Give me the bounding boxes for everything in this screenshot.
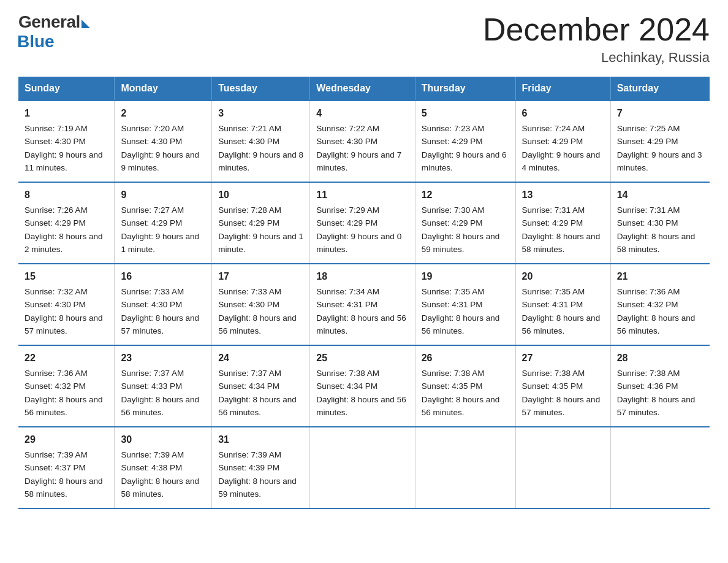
day-number: 12: [422, 188, 509, 202]
logo-blue-text: Blue: [17, 32, 55, 52]
day-number: 13: [522, 188, 604, 202]
day-info: Sunrise: 7:35 AMSunset: 4:31 PMDaylight:…: [422, 287, 500, 335]
day-info: Sunrise: 7:24 AMSunset: 4:29 PMDaylight:…: [522, 124, 601, 172]
calendar-cell: 8Sunrise: 7:26 AMSunset: 4:29 PMDaylight…: [18, 182, 115, 264]
calendar-cell: 22Sunrise: 7:36 AMSunset: 4:32 PMDayligh…: [18, 345, 115, 427]
day-number: 14: [617, 188, 703, 202]
day-info: Sunrise: 7:28 AMSunset: 4:29 PMDaylight:…: [218, 205, 303, 254]
day-info: Sunrise: 7:38 AMSunset: 4:35 PMDaylight:…: [422, 369, 500, 417]
calendar-cell: 12Sunrise: 7:30 AMSunset: 4:29 PMDayligh…: [415, 182, 515, 264]
calendar-cell: [310, 427, 415, 508]
day-number: 28: [617, 351, 703, 366]
page-subtitle: Lechinkay, Russia: [483, 50, 710, 66]
calendar-cell: 29Sunrise: 7:39 AMSunset: 4:37 PMDayligh…: [18, 427, 115, 508]
calendar-week-row: 15Sunrise: 7:32 AMSunset: 4:30 PMDayligh…: [18, 264, 710, 345]
logo-arrow-icon: [82, 20, 90, 28]
day-info: Sunrise: 7:32 AMSunset: 4:30 PMDaylight:…: [25, 287, 103, 335]
calendar-cell: 11Sunrise: 7:29 AMSunset: 4:29 PMDayligh…: [310, 182, 415, 264]
day-number: 8: [25, 188, 108, 202]
day-number: 20: [522, 269, 604, 284]
calendar-cell: 18Sunrise: 7:34 AMSunset: 4:31 PMDayligh…: [310, 264, 415, 345]
day-info: Sunrise: 7:21 AMSunset: 4:30 PMDaylight:…: [218, 124, 303, 172]
page-header: General Blue December 2024 Lechinkay, Ru…: [18, 12, 710, 66]
day-number: 15: [25, 269, 108, 284]
calendar-cell: 19Sunrise: 7:35 AMSunset: 4:31 PMDayligh…: [415, 264, 515, 345]
calendar-cell: 6Sunrise: 7:24 AMSunset: 4:29 PMDaylight…: [515, 101, 610, 182]
calendar-cell: 2Sunrise: 7:20 AMSunset: 4:30 PMDaylight…: [115, 101, 212, 182]
day-number: 17: [218, 269, 303, 284]
day-number: 2: [121, 106, 205, 121]
calendar-cell: 1Sunrise: 7:19 AMSunset: 4:30 PMDaylight…: [18, 101, 115, 182]
day-number: 24: [218, 351, 303, 366]
page-title: December 2024: [483, 12, 710, 47]
calendar-cell: 20Sunrise: 7:35 AMSunset: 4:31 PMDayligh…: [515, 264, 610, 345]
calendar-cell: 4Sunrise: 7:22 AMSunset: 4:30 PMDaylight…: [310, 101, 415, 182]
day-number: 1: [25, 106, 108, 121]
weekday-header-saturday: Saturday: [610, 77, 710, 101]
calendar-cell: 3Sunrise: 7:21 AMSunset: 4:30 PMDaylight…: [212, 101, 310, 182]
calendar-cell: [610, 427, 710, 508]
day-info: Sunrise: 7:31 AMSunset: 4:30 PMDaylight:…: [617, 205, 696, 254]
weekday-header-wednesday: Wednesday: [310, 77, 415, 101]
calendar-cell: [515, 427, 610, 508]
day-number: 25: [316, 351, 408, 366]
calendar-table: SundayMondayTuesdayWednesdayThursdayFrid…: [18, 77, 710, 509]
title-block: December 2024 Lechinkay, Russia: [483, 12, 710, 66]
day-number: 29: [25, 432, 108, 447]
weekday-header-sunday: Sunday: [18, 77, 115, 101]
day-info: Sunrise: 7:39 AMSunset: 4:37 PMDaylight:…: [25, 450, 103, 499]
day-number: 10: [218, 188, 303, 202]
weekday-header-tuesday: Tuesday: [212, 77, 310, 101]
calendar-cell: 30Sunrise: 7:39 AMSunset: 4:38 PMDayligh…: [115, 427, 212, 508]
day-info: Sunrise: 7:38 AMSunset: 4:34 PMDaylight:…: [316, 369, 406, 417]
day-info: Sunrise: 7:30 AMSunset: 4:29 PMDaylight:…: [422, 205, 500, 254]
day-info: Sunrise: 7:29 AMSunset: 4:29 PMDaylight:…: [316, 205, 401, 254]
day-info: Sunrise: 7:38 AMSunset: 4:35 PMDaylight:…: [522, 369, 601, 417]
day-number: 4: [316, 106, 408, 121]
calendar-cell: 13Sunrise: 7:31 AMSunset: 4:29 PMDayligh…: [515, 182, 610, 264]
day-number: 7: [617, 106, 703, 121]
calendar-cell: 17Sunrise: 7:33 AMSunset: 4:30 PMDayligh…: [212, 264, 310, 345]
logo: General Blue: [18, 12, 90, 52]
day-info: Sunrise: 7:38 AMSunset: 4:36 PMDaylight:…: [617, 369, 696, 417]
day-info: Sunrise: 7:23 AMSunset: 4:29 PMDaylight:…: [422, 124, 507, 172]
day-info: Sunrise: 7:36 AMSunset: 4:32 PMDaylight:…: [25, 369, 103, 417]
day-number: 11: [316, 188, 408, 202]
day-number: 30: [121, 432, 205, 447]
day-info: Sunrise: 7:36 AMSunset: 4:32 PMDaylight:…: [617, 287, 696, 335]
day-number: 23: [121, 351, 205, 366]
weekday-header-row: SundayMondayTuesdayWednesdayThursdayFrid…: [18, 77, 710, 101]
day-info: Sunrise: 7:39 AMSunset: 4:38 PMDaylight:…: [121, 450, 199, 499]
calendar-cell: 27Sunrise: 7:38 AMSunset: 4:35 PMDayligh…: [515, 345, 610, 427]
day-info: Sunrise: 7:37 AMSunset: 4:33 PMDaylight:…: [121, 369, 199, 417]
day-info: Sunrise: 7:27 AMSunset: 4:29 PMDaylight:…: [121, 205, 199, 254]
day-info: Sunrise: 7:37 AMSunset: 4:34 PMDaylight:…: [218, 369, 297, 417]
day-info: Sunrise: 7:33 AMSunset: 4:30 PMDaylight:…: [218, 287, 297, 335]
calendar-header: SundayMondayTuesdayWednesdayThursdayFrid…: [18, 77, 710, 101]
day-info: Sunrise: 7:31 AMSunset: 4:29 PMDaylight:…: [522, 205, 601, 254]
day-number: 6: [522, 106, 604, 121]
day-number: 26: [422, 351, 509, 366]
day-number: 21: [617, 269, 703, 284]
day-info: Sunrise: 7:34 AMSunset: 4:31 PMDaylight:…: [316, 287, 406, 335]
weekday-header-thursday: Thursday: [415, 77, 515, 101]
day-number: 5: [422, 106, 509, 121]
calendar-cell: 24Sunrise: 7:37 AMSunset: 4:34 PMDayligh…: [212, 345, 310, 427]
day-info: Sunrise: 7:26 AMSunset: 4:29 PMDaylight:…: [25, 205, 103, 254]
calendar-cell: 7Sunrise: 7:25 AMSunset: 4:29 PMDaylight…: [610, 101, 710, 182]
calendar-cell: 16Sunrise: 7:33 AMSunset: 4:30 PMDayligh…: [115, 264, 212, 345]
day-info: Sunrise: 7:39 AMSunset: 4:39 PMDaylight:…: [218, 450, 297, 499]
day-number: 31: [218, 432, 303, 447]
day-info: Sunrise: 7:33 AMSunset: 4:30 PMDaylight:…: [121, 287, 199, 335]
calendar-cell: 14Sunrise: 7:31 AMSunset: 4:30 PMDayligh…: [610, 182, 710, 264]
calendar-cell: 5Sunrise: 7:23 AMSunset: 4:29 PMDaylight…: [415, 101, 515, 182]
calendar-week-row: 8Sunrise: 7:26 AMSunset: 4:29 PMDaylight…: [18, 182, 710, 264]
calendar-cell: 21Sunrise: 7:36 AMSunset: 4:32 PMDayligh…: [610, 264, 710, 345]
weekday-header-monday: Monday: [115, 77, 212, 101]
day-number: 19: [422, 269, 509, 284]
calendar-week-row: 22Sunrise: 7:36 AMSunset: 4:32 PMDayligh…: [18, 345, 710, 427]
calendar-cell: 26Sunrise: 7:38 AMSunset: 4:35 PMDayligh…: [415, 345, 515, 427]
day-number: 22: [25, 351, 108, 366]
calendar-cell: 9Sunrise: 7:27 AMSunset: 4:29 PMDaylight…: [115, 182, 212, 264]
calendar-cell: 28Sunrise: 7:38 AMSunset: 4:36 PMDayligh…: [610, 345, 710, 427]
